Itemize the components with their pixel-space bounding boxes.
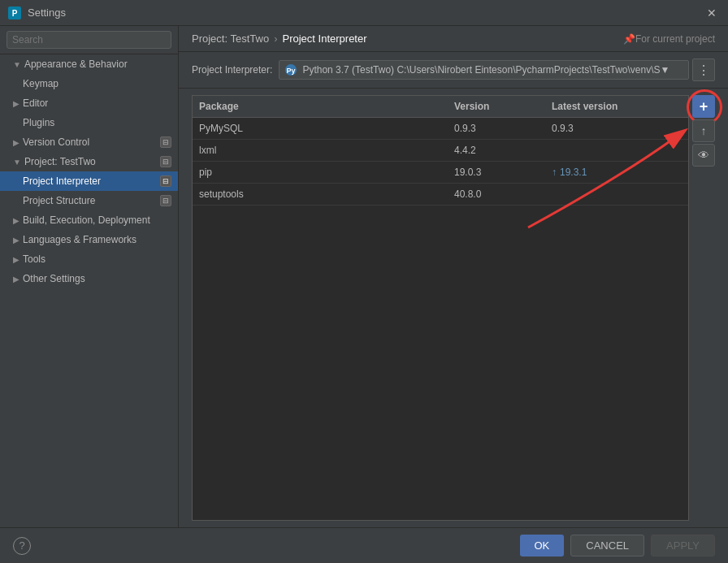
breadcrumb-separator: › <box>274 32 277 45</box>
table-header: Package Version Latest version <box>193 96 688 118</box>
package-table: Package Version Latest version PyMySQL 0… <box>192 95 689 521</box>
table-row[interactable]: lxml 4.4.2 <box>193 140 688 162</box>
app-icon: P <box>8 6 21 19</box>
content-area: Project: TestTwo › Project Interpreter 📌… <box>179 26 728 527</box>
upgrade-arrow-icon: ↑ <box>552 167 557 178</box>
package-latest: 0.9.3 <box>552 123 682 134</box>
pin-icon: 📌 <box>623 33 635 45</box>
sidebar-item-label: Project Interpreter <box>23 175 157 187</box>
upgrade-package-button[interactable]: ↑ <box>692 119 715 142</box>
sidebar-item-project-testtwo[interactable]: ▼ Project: TestTwo ⊟ <box>0 152 178 171</box>
sidebar-item-label: Project Structure <box>23 195 157 206</box>
col-latest-version: Latest version <box>552 101 682 112</box>
package-name: pip <box>199 167 454 178</box>
expand-arrow: ▼ <box>13 60 21 69</box>
breadcrumb-parent: Project: TestTwo <box>192 32 269 45</box>
right-toolbar: + ↑ 👁 <box>692 95 715 521</box>
sidebar-item-label: Editor <box>23 97 171 109</box>
package-latest <box>552 145 682 156</box>
title-bar: P Settings ✕ <box>0 0 728 26</box>
package-version: 19.0.3 <box>454 167 552 178</box>
sidebar-item-languages-frameworks[interactable]: ▶ Languages & Frameworks <box>0 230 178 249</box>
table-row[interactable]: PyMySQL 0.9.3 0.9.3 <box>193 118 688 140</box>
main-container: ▼ Appearance & Behavior Keymap ▶ Editor … <box>0 26 728 527</box>
interpreter-row: Project Interpreter: Py Python 3.7 (Test… <box>179 52 728 89</box>
sidebar-item-label: Other Settings <box>23 273 171 284</box>
project-icon: ⊟ <box>160 156 171 167</box>
interpreter-more-button[interactable]: ⋮ <box>692 58 715 81</box>
sidebar-item-label: Version Control <box>23 136 157 148</box>
package-name: PyMySQL <box>199 123 454 134</box>
package-version: 4.4.2 <box>454 145 552 156</box>
breadcrumb-current: Project Interpreter <box>282 32 366 45</box>
svg-text:Py: Py <box>287 67 296 75</box>
sidebar-item-label: Plugins <box>23 117 171 128</box>
col-version: Version <box>454 101 552 112</box>
close-button[interactable]: ✕ <box>704 5 720 21</box>
python-icon: Py <box>284 63 297 76</box>
sidebar-item-label: Tools <box>23 253 171 265</box>
sidebar-search-container <box>0 26 178 54</box>
show-package-button[interactable]: 👁 <box>692 144 715 167</box>
table-row[interactable]: pip 19.0.3 ↑ 19.3.1 <box>193 162 688 184</box>
expand-arrow: ▼ <box>13 158 21 167</box>
ok-button[interactable]: OK <box>520 535 565 557</box>
sidebar-item-other-settings[interactable]: ▶ Other Settings <box>0 269 178 288</box>
sidebar-item-version-control[interactable]: ▶ Version Control ⊟ <box>0 132 178 152</box>
apply-button[interactable]: APPLY <box>651 535 715 557</box>
table-row[interactable]: setuptools 40.8.0 <box>193 184 688 206</box>
expand-arrow: ▶ <box>13 99 20 108</box>
expand-arrow: ▶ <box>13 138 20 147</box>
package-version: 40.8.0 <box>454 188 552 200</box>
sidebar-item-build-execution[interactable]: ▶ Build, Execution, Deployment <box>0 210 178 230</box>
sidebar-item-label: Keymap <box>23 78 171 89</box>
expand-arrow: ▶ <box>13 275 20 284</box>
sidebar-item-label: Languages & Frameworks <box>23 234 171 245</box>
sidebar-item-project-structure[interactable]: Project Structure ⊟ <box>0 191 178 210</box>
sidebar-item-editor[interactable]: ▶ Editor <box>0 93 178 113</box>
package-latest-upgrade: ↑ 19.3.1 <box>552 167 682 178</box>
sidebar-item-label: Build, Execution, Deployment <box>23 214 171 226</box>
breadcrumb: Project: TestTwo › Project Interpreter 📌… <box>179 26 728 52</box>
sidebar-item-tools[interactable]: ▶ Tools <box>0 249 178 269</box>
window-title: Settings <box>28 6 704 19</box>
breadcrumb-right: 📌 For current project <box>623 33 715 45</box>
plus-icon: + <box>700 98 708 115</box>
sidebar: ▼ Appearance & Behavior Keymap ▶ Editor … <box>0 26 179 527</box>
sidebar-search-input[interactable] <box>6 31 171 49</box>
sidebar-item-appearance-behavior[interactable]: ▼ Appearance & Behavior <box>0 54 178 74</box>
sidebar-item-keymap[interactable]: Keymap <box>0 74 178 93</box>
structure-icon: ⊟ <box>160 195 171 206</box>
interpreter-select[interactable]: Py Python 3.7 (TestTwo) C:\Users\Nirober… <box>279 60 689 80</box>
interpreter-icon: ⊟ <box>160 175 171 187</box>
package-name: setuptools <box>199 188 454 200</box>
interpreter-value: Python 3.7 (TestTwo) C:\Users\Nirobert E… <box>302 64 683 76</box>
expand-arrow: ▶ <box>13 216 20 225</box>
sidebar-item-plugins[interactable]: Plugins <box>0 113 178 132</box>
package-version: 0.9.3 <box>454 123 552 134</box>
interpreter-label: Project Interpreter: <box>192 64 272 76</box>
expand-arrow: ▶ <box>13 236 20 245</box>
table-body: PyMySQL 0.9.3 0.9.3 lxml 4.4.2 pip 19.0.… <box>193 118 688 520</box>
package-latest <box>552 188 682 200</box>
sidebar-item-label: Appearance & Behavior <box>24 58 171 70</box>
package-container: Package Version Latest version PyMySQL 0… <box>179 89 728 527</box>
package-name: lxml <box>199 145 454 156</box>
sidebar-item-project-interpreter[interactable]: Project Interpreter ⊟ <box>0 171 178 191</box>
eye-icon: 👁 <box>698 149 709 162</box>
vcs-icon: ⊟ <box>160 136 171 148</box>
add-package-button[interactable]: + <box>692 95 715 118</box>
upgrade-version: 19.3.1 <box>560 167 587 178</box>
up-arrow-icon: ↑ <box>701 124 707 137</box>
expand-arrow: ▶ <box>13 255 20 264</box>
col-package: Package <box>199 101 454 112</box>
cancel-button[interactable]: CANCEL <box>570 535 644 557</box>
bottom-actions: OK CANCEL APPLY <box>520 535 716 557</box>
for-current-project-label: For current project <box>635 33 715 45</box>
sidebar-item-label: Project: TestTwo <box>24 156 157 167</box>
bottom-bar: ? OK CANCEL APPLY <box>0 527 728 563</box>
svg-text:P: P <box>12 9 18 18</box>
help-button[interactable]: ? <box>13 537 31 555</box>
